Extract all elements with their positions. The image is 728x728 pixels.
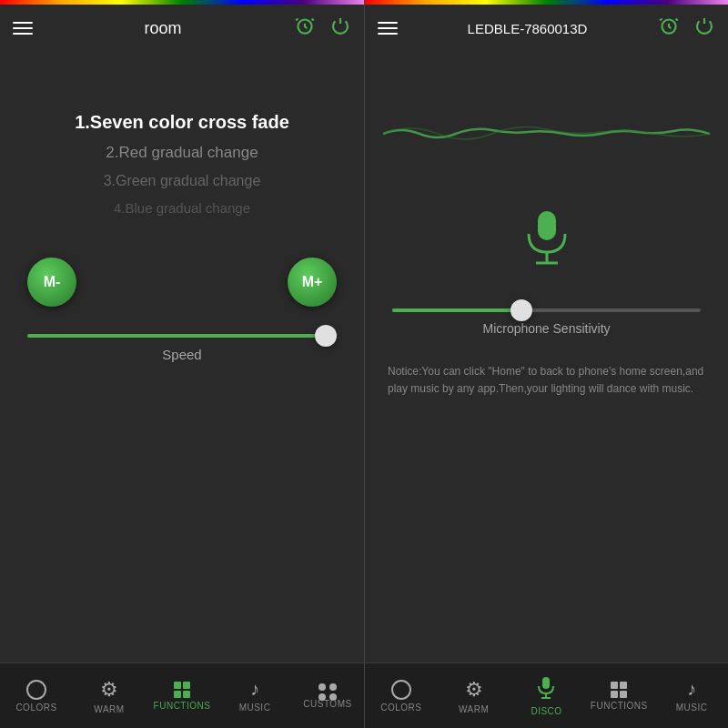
right-nav-functions[interactable]: FUNCTIONS <box>582 682 655 711</box>
left-nav-warm-label: WARM <box>94 704 124 714</box>
sensitivity-slider-container: Microphone Sensitivity <box>383 299 710 336</box>
waveform-svg <box>383 106 710 161</box>
mode-list: 1.Seven color cross fade 2.Red gradual c… <box>18 106 346 221</box>
right-header: LEDBLE-7860013D <box>365 5 728 52</box>
left-bottom-nav: COLORS ⚙ WARM FUNCTIONS ♪ MUSIC CUSTOMS <box>0 662 364 728</box>
sensitivity-label: Microphone Sensitivity <box>392 321 701 336</box>
right-nav-colors-label: COLORS <box>380 703 421 713</box>
sensitivity-track[interactable] <box>392 308 701 312</box>
functions-grid-icon <box>174 682 190 698</box>
right-nav-warm-label: WARM <box>459 704 489 714</box>
left-nav-music[interactable]: ♪ MUSIC <box>218 679 291 713</box>
left-header-icons <box>293 14 351 43</box>
mic-area <box>383 207 710 281</box>
music-note-icon: ♪ <box>250 679 259 700</box>
hamburger-icon[interactable] <box>13 22 33 35</box>
svg-rect-2 <box>538 211 556 240</box>
m-plus-button[interactable]: M+ <box>288 258 337 307</box>
right-main: Microphone Sensitivity Notice:You can cl… <box>365 52 728 662</box>
right-functions-grid-icon <box>611 682 627 698</box>
right-music-note-icon: ♪ <box>687 679 696 700</box>
right-warm-gear-icon: ⚙ <box>465 678 483 702</box>
left-header: room <box>0 5 364 52</box>
sensitivity-thumb[interactable] <box>511 299 532 321</box>
right-hamburger-icon[interactable] <box>378 22 398 35</box>
sensitivity-fill <box>392 308 521 312</box>
mode-item-4[interactable]: 4.Blue gradual change <box>18 195 346 221</box>
speed-slider-track[interactable] <box>27 334 337 338</box>
right-nav-disco[interactable]: DISCO <box>511 676 583 716</box>
left-nav-customs-label: CUSTOMS <box>303 699 351 709</box>
right-nav-functions-label: FUNCTIONS <box>591 701 648 711</box>
right-colors-circle-icon <box>391 680 411 700</box>
right-power-icon[interactable] <box>693 15 715 42</box>
mode-item-3[interactable]: 3.Green gradual change <box>18 167 346 195</box>
right-nav-warm[interactable]: ⚙ WARM <box>438 678 511 714</box>
left-nav-customs[interactable]: CUSTOMS <box>291 683 364 709</box>
right-panel: LEDBLE-7860013D <box>364 0 728 728</box>
alarm-icon[interactable] <box>293 14 317 43</box>
left-nav-music-label: MUSIC <box>239 703 271 713</box>
speed-label: Speed <box>27 347 337 362</box>
right-nav-music[interactable]: ♪ MUSIC <box>655 679 728 713</box>
right-title: LEDBLE-7860013D <box>407 21 648 36</box>
right-nav-colors[interactable]: COLORS <box>365 680 438 713</box>
mode-item-1[interactable]: 1.Seven color cross fade <box>18 106 346 138</box>
customs-dots-icon <box>318 683 337 696</box>
svg-rect-5 <box>542 677 550 689</box>
notice-text: Notice:You can click "Home" to back to p… <box>383 363 710 398</box>
speed-slider-container: Speed <box>18 325 346 362</box>
speed-slider-thumb[interactable] <box>315 325 337 347</box>
right-nav-music-label: MUSIC <box>676 703 708 713</box>
left-main: 1.Seven color cross fade 2.Red gradual c… <box>0 52 364 662</box>
right-header-icons <box>657 14 715 43</box>
left-nav-colors[interactable]: COLORS <box>0 680 73 713</box>
warm-gear-icon: ⚙ <box>100 678 118 702</box>
waveform-area <box>383 88 710 179</box>
left-title: room <box>42 19 284 38</box>
disco-mic-icon <box>536 676 556 703</box>
mode-item-2[interactable]: 2.Red gradual change <box>18 138 346 167</box>
left-nav-functions[interactable]: FUNCTIONS <box>146 682 218 711</box>
colors-circle-icon <box>26 680 46 700</box>
right-alarm-icon[interactable] <box>657 14 681 43</box>
left-nav-colors-label: COLORS <box>15 703 56 713</box>
right-nav-disco-label: DISCO <box>531 706 561 716</box>
left-nav-functions-label: FUNCTIONS <box>154 701 211 711</box>
mode-controls: M- M+ <box>18 258 346 307</box>
m-minus-button[interactable]: M- <box>27 258 76 307</box>
left-panel: room 1.Seven color cross fade 2.Red <box>0 0 364 728</box>
left-nav-warm[interactable]: ⚙ WARM <box>73 678 146 714</box>
right-bottom-nav: COLORS ⚙ WARM DISCO FUNCTIONS ♪ <box>365 662 728 728</box>
power-icon[interactable] <box>329 15 351 42</box>
microphone-icon <box>520 207 574 281</box>
